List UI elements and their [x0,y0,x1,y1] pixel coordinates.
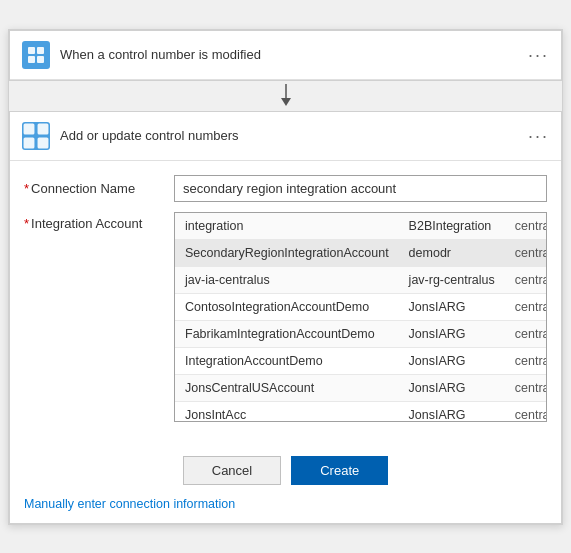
table-cell-name: integration [175,213,399,240]
table-cell-name: IntegrationAccountDemo [175,347,399,374]
svg-rect-3 [37,56,44,63]
table-cell-resource_group: JonsIARG [399,293,505,320]
form-body: *Connection Name *Integration Account in… [10,161,561,442]
trigger-title: When a control number is modified [60,47,528,62]
table-row[interactable]: SecondaryRegionIntegrationAccountdemodrc… [175,239,547,266]
action-header: Add or update control numbers ··· [10,112,561,161]
table-cell-resource_group: JonsIARG [399,401,505,422]
buttons-row: Cancel Create [10,442,561,495]
table-row[interactable]: jav-ia-centralusjav-rg-centraluscentralu… [175,266,547,293]
table-cell-region: centralus [505,239,547,266]
table-cell-region: centralus [505,293,547,320]
table-cell-name: JonsCentralUSAccount [175,374,399,401]
create-button[interactable]: Create [291,456,388,485]
trigger-card: When a control number is modified ··· [9,30,562,81]
manual-enter-link[interactable]: Manually enter connection information [24,497,235,511]
table-cell-region: centralus [505,320,547,347]
table-cell-region: centralus [505,347,547,374]
table-cell-name: SecondaryRegionIntegrationAccount [175,239,399,266]
integration-account-row: *Integration Account integrationB2BInteg… [24,212,547,422]
integration-account-table-wrapper[interactable]: integrationB2BIntegrationcentralusSecond… [174,212,547,422]
svg-rect-8 [24,137,35,148]
manual-link-row: Manually enter connection information [10,495,561,523]
table-cell-resource_group: jav-rg-centralus [399,266,505,293]
table-cell-region: centralus [505,266,547,293]
integration-account-table: integrationB2BIntegrationcentralusSecond… [175,213,547,422]
table-cell-region: centralus [505,374,547,401]
table-cell-name: FabrikamIntegrationAccountDemo [175,320,399,347]
trigger-header: When a control number is modified ··· [10,31,561,80]
connection-name-row: *Connection Name [24,175,547,202]
table-row[interactable]: FabrikamIntegrationAccountDemoJonsIARGce… [175,320,547,347]
table-row[interactable]: JonsIntAccJonsIARGcentralus [175,401,547,422]
arrow-connector [9,81,562,111]
table-cell-resource_group: demodr [399,239,505,266]
integration-account-label: *Integration Account [24,212,174,231]
action-card: Add or update control numbers ··· *Conne… [9,111,562,524]
cancel-button[interactable]: Cancel [183,456,281,485]
action-card-icon [22,122,50,150]
table-row[interactable]: integrationB2BIntegrationcentralus [175,213,547,240]
main-container: When a control number is modified ··· Ad… [8,29,563,525]
table-cell-name: JonsIntAcc [175,401,399,422]
table-cell-region: centralus [505,213,547,240]
table-cell-resource_group: B2BIntegration [399,213,505,240]
svg-rect-7 [38,123,49,134]
table-cell-name: jav-ia-centralus [175,266,399,293]
connection-name-label: *Connection Name [24,181,174,196]
svg-marker-5 [281,98,291,106]
required-star-2: * [24,216,29,231]
table-cell-region: centralus [505,401,547,422]
svg-rect-6 [24,123,35,134]
table-row[interactable]: JonsCentralUSAccountJonsIARGcentralus [175,374,547,401]
table-cell-resource_group: JonsIARG [399,347,505,374]
table-cell-resource_group: JonsIARG [399,320,505,347]
svg-rect-9 [38,137,49,148]
connection-name-input[interactable] [174,175,547,202]
trigger-icon [22,41,50,69]
trigger-menu-button[interactable]: ··· [528,46,549,64]
svg-rect-2 [28,56,35,63]
table-row[interactable]: ContosoIntegrationAccountDemoJonsIARGcen… [175,293,547,320]
svg-rect-0 [28,47,35,54]
svg-rect-1 [37,47,44,54]
table-cell-resource_group: JonsIARG [399,374,505,401]
required-star-1: * [24,181,29,196]
table-cell-name: ContosoIntegrationAccountDemo [175,293,399,320]
action-menu-button[interactable]: ··· [528,127,549,145]
table-row[interactable]: IntegrationAccountDemoJonsIARGcentralus [175,347,547,374]
action-title: Add or update control numbers [60,128,528,143]
